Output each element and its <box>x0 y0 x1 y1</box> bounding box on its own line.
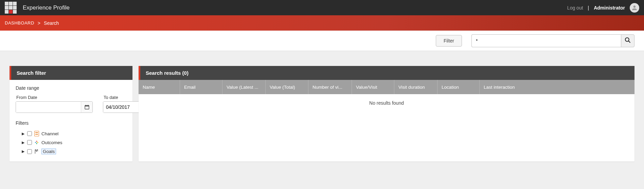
search-icon <box>624 37 631 45</box>
content-area: Search filter Date range From Date To da… <box>0 51 644 176</box>
chevron-right-icon[interactable]: ▶ <box>22 132 25 136</box>
top-bar-right: Log out | Administrator <box>567 3 639 13</box>
from-date-input-wrap <box>16 101 93 113</box>
breadcrumb-separator: > <box>38 20 40 26</box>
filter-button[interactable]: Filter <box>436 35 462 47</box>
svg-point-0 <box>625 38 629 41</box>
tree-item-goals[interactable]: ▶ Goals <box>22 147 126 156</box>
header-divider: | <box>588 5 589 11</box>
svg-marker-12 <box>37 142 39 143</box>
channel-icon <box>34 131 39 136</box>
search-button[interactable] <box>621 34 634 47</box>
filter-panel-body: Date range From Date To date <box>10 80 132 161</box>
search-filter-panel: Search filter Date range From Date To da… <box>10 66 132 161</box>
date-range-label: Date range <box>16 85 126 91</box>
outcomes-label: Outcomes <box>41 140 62 145</box>
column-value-visit[interactable]: Value/Visit <box>352 80 394 94</box>
action-bar: Filter <box>0 31 644 51</box>
results-table-header: Name Email Value (Latest ... Value (Tota… <box>139 80 634 94</box>
column-last-interaction[interactable]: Last interaction <box>480 80 634 94</box>
outcomes-checkbox[interactable] <box>27 140 32 145</box>
goals-label: Goals <box>41 149 56 154</box>
svg-line-1 <box>629 41 630 43</box>
filter-tree: ▶ Channel ▶ Outcomes ▶ <box>16 129 126 156</box>
breadcrumb-bar: DASHBOARD > Search <box>0 15 644 31</box>
column-name[interactable]: Name <box>139 80 180 94</box>
outcomes-icon <box>34 140 39 145</box>
channel-checkbox[interactable] <box>27 131 32 136</box>
from-date-label: From Date <box>16 95 93 100</box>
logout-link[interactable]: Log out <box>567 5 583 11</box>
channel-label: Channel <box>41 131 58 136</box>
top-bar: Experience Profile Log out | Administrat… <box>0 0 644 15</box>
username-label[interactable]: Administrator <box>594 5 625 11</box>
search-results-panel: Search results (0) Name Email Value (Lat… <box>139 66 634 161</box>
svg-rect-17 <box>37 150 38 151</box>
column-email[interactable]: Email <box>180 80 222 94</box>
svg-marker-11 <box>35 142 36 143</box>
breadcrumb-dashboard[interactable]: DASHBOARD <box>5 20 34 25</box>
calendar-icon[interactable] <box>81 102 92 113</box>
from-date-group: From Date <box>16 95 93 113</box>
column-value-latest[interactable]: Value (Latest ... <box>222 80 266 94</box>
tree-item-channel[interactable]: ▶ Channel <box>22 129 126 138</box>
search-input[interactable] <box>471 34 621 47</box>
svg-rect-16 <box>36 150 37 151</box>
tree-item-outcomes[interactable]: ▶ Outcomes <box>22 138 126 147</box>
column-location[interactable]: Location <box>437 80 480 94</box>
column-num-visits[interactable]: Number of vi... <box>308 80 352 94</box>
app-title: Experience Profile <box>23 4 70 11</box>
app-logo-icon[interactable] <box>5 2 17 14</box>
column-value-total[interactable]: Value (Total) <box>266 80 308 94</box>
filter-panel-title: Search filter <box>10 66 132 80</box>
chevron-right-icon[interactable]: ▶ <box>22 149 25 154</box>
avatar-icon[interactable] <box>630 3 639 13</box>
goals-checkbox[interactable] <box>27 149 32 154</box>
chevron-right-icon[interactable]: ▶ <box>22 140 25 145</box>
column-visit-duration[interactable]: Visit duration <box>394 80 437 94</box>
svg-rect-15 <box>35 150 36 151</box>
from-date-input[interactable] <box>16 102 81 113</box>
svg-marker-10 <box>36 140 37 142</box>
svg-rect-3 <box>85 105 89 106</box>
filters-label: Filters <box>16 120 126 126</box>
svg-marker-13 <box>36 143 37 144</box>
breadcrumb-current: Search <box>44 20 59 26</box>
results-panel-title: Search results (0) <box>139 66 634 80</box>
no-results-message: No results found <box>139 94 634 112</box>
search-wrap <box>471 34 634 47</box>
date-range-row: From Date To date <box>16 95 126 113</box>
flag-icon <box>34 149 39 154</box>
